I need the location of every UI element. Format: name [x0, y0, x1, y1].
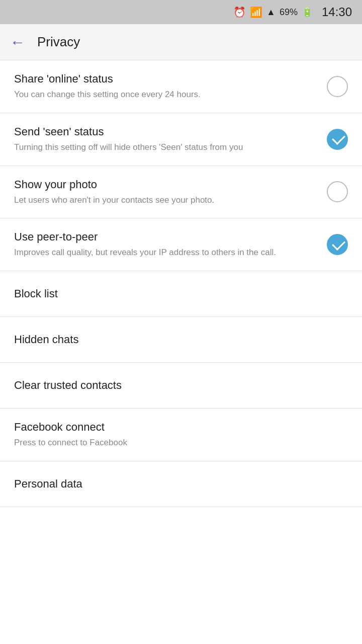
setting-content-send-seen-status: Send 'seen' statusTurning this setting o…: [14, 125, 319, 153]
setting-title-send-seen-status: Send 'seen' status: [14, 125, 319, 138]
setting-item-send-seen-status[interactable]: Send 'seen' statusTurning this setting o…: [0, 113, 362, 166]
setting-item-facebook-connect[interactable]: Facebook connectPress to connect to Face…: [0, 409, 362, 461]
setting-item-personal-data[interactable]: Personal data: [0, 461, 362, 507]
setting-content-peer-to-peer: Use peer-to-peerImproves call quality, b…: [14, 230, 319, 259]
setting-title-personal-data: Personal data: [14, 477, 82, 491]
alarm-icon: ⏰: [233, 6, 246, 18]
header: ← Privacy: [0, 24, 362, 60]
toggle-share-online-status[interactable]: [327, 76, 348, 97]
setting-desc-share-online-status: You can change this setting once every 2…: [14, 89, 319, 101]
setting-title-show-photo: Show your photo: [14, 178, 319, 191]
setting-content-share-online-status: Share 'online' statusYou can change this…: [14, 72, 319, 101]
settings-list: Share 'online' statusYou can change this…: [0, 60, 362, 507]
setting-item-share-online-status[interactable]: Share 'online' statusYou can change this…: [0, 60, 362, 113]
toggle-peer-to-peer[interactable]: [327, 234, 348, 255]
setting-title-clear-trusted-contacts: Clear trusted contacts: [14, 379, 122, 392]
setting-desc-show-photo: Let users who aren't in your contacts se…: [14, 194, 319, 206]
setting-item-clear-trusted-contacts[interactable]: Clear trusted contacts: [0, 363, 362, 409]
status-bar: ⏰ 📶 ▲ 69% 🔋 14:30: [0, 0, 362, 24]
page-title: Privacy: [37, 34, 80, 50]
setting-content-show-photo: Show your photoLet users who aren't in y…: [14, 178, 319, 206]
back-button[interactable]: ←: [10, 34, 25, 51]
setting-title-block-list: Block list: [14, 287, 58, 300]
wifi-icon: 📶: [250, 6, 262, 18]
setting-item-show-photo[interactable]: Show your photoLet users who aren't in y…: [0, 166, 362, 219]
back-arrow-icon: ←: [10, 34, 25, 50]
status-time: 14:30: [322, 5, 352, 19]
signal-icon: ▲: [266, 7, 276, 18]
toggle-show-photo[interactable]: [327, 181, 348, 202]
battery-level: 69%: [280, 7, 298, 18]
setting-desc-send-seen-status: Turning this setting off will hide other…: [14, 141, 319, 153]
setting-title-facebook-connect: Facebook connect: [14, 421, 348, 434]
setting-item-block-list[interactable]: Block list: [0, 271, 362, 317]
setting-title-share-online-status: Share 'online' status: [14, 72, 319, 86]
setting-desc-facebook-connect: Press to connect to Facebook: [14, 437, 348, 449]
status-icons: ⏰ 📶 ▲ 69% 🔋: [233, 6, 313, 18]
setting-desc-peer-to-peer: Improves call quality, but reveals your …: [14, 247, 319, 259]
setting-title-peer-to-peer: Use peer-to-peer: [14, 230, 319, 244]
setting-item-peer-to-peer[interactable]: Use peer-to-peerImproves call quality, b…: [0, 218, 362, 271]
setting-item-hidden-chats[interactable]: Hidden chats: [0, 317, 362, 363]
setting-title-hidden-chats: Hidden chats: [14, 333, 78, 346]
toggle-send-seen-status[interactable]: [327, 129, 348, 150]
setting-content-facebook-connect: Facebook connectPress to connect to Face…: [14, 421, 348, 449]
battery-icon: 🔋: [302, 7, 313, 18]
